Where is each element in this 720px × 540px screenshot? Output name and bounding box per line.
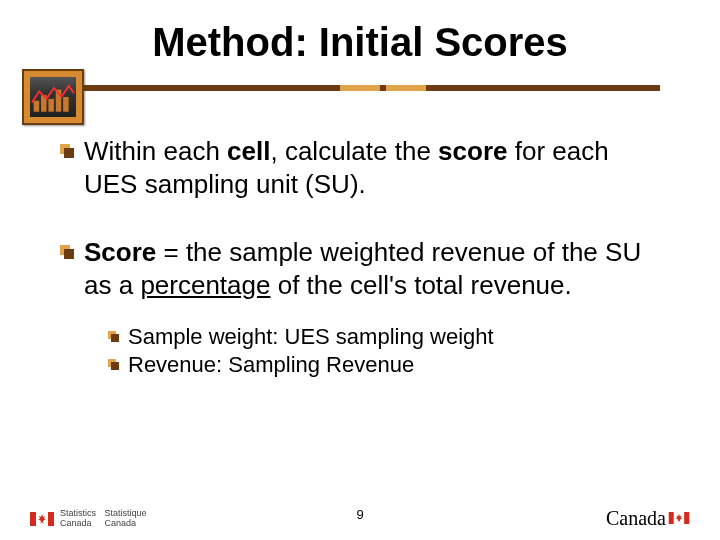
bullet-icon — [108, 331, 120, 343]
bullet-icon — [60, 144, 74, 158]
statcan-logo: StatisticsCanada StatistiqueCanada — [30, 509, 153, 528]
bullet-icon — [60, 245, 74, 259]
slide-body: Within each cell, calculate the score fo… — [0, 135, 720, 378]
sub-bullet-text: Revenue: Sampling Revenue — [128, 352, 414, 378]
svg-rect-0 — [34, 101, 40, 112]
bullet-icon — [108, 359, 120, 371]
svg-rect-5 — [30, 512, 36, 526]
sub-bullet-item: Revenue: Sampling Revenue — [108, 352, 660, 378]
chart-icon — [22, 69, 84, 125]
svg-rect-7 — [48, 512, 54, 526]
svg-rect-2 — [48, 99, 54, 112]
svg-rect-4 — [63, 97, 69, 112]
sub-bullet-text: Sample weight: UES sampling weight — [128, 324, 494, 350]
slide-footer: 9 StatisticsCanada StatistiqueCanada Can… — [0, 500, 720, 534]
bullet-text: Score = the sample weighted revenue of t… — [84, 236, 660, 303]
svg-rect-8 — [669, 512, 674, 524]
bullet-text: Within each cell, calculate the score fo… — [84, 135, 660, 202]
canada-flag-icon — [668, 512, 690, 524]
canada-flag-icon — [30, 512, 54, 526]
bullet-item: Score = the sample weighted revenue of t… — [60, 236, 660, 303]
title-rule — [0, 75, 720, 105]
svg-rect-10 — [684, 512, 689, 524]
canada-wordmark: Canada — [606, 507, 690, 530]
sub-bullet-list: Sample weight: UES sampling weight Reven… — [108, 324, 660, 378]
sub-bullet-item: Sample weight: UES sampling weight — [108, 324, 660, 350]
slide-title: Method: Initial Scores — [0, 0, 720, 75]
bullet-item: Within each cell, calculate the score fo… — [60, 135, 660, 202]
